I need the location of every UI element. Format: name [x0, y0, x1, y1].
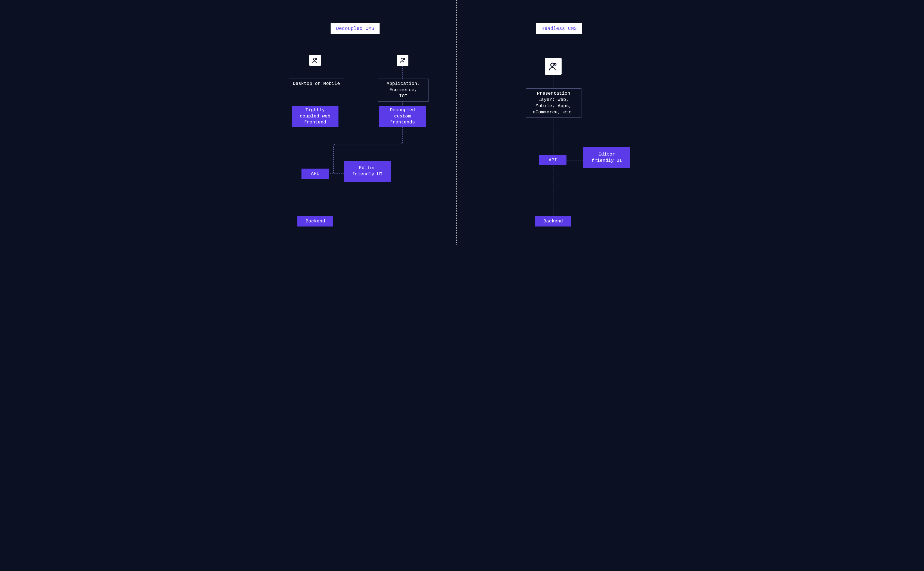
- users-icon: [545, 58, 562, 75]
- platform-app-ecom-iot: Application, Ecommerce, IOT: [378, 79, 429, 102]
- svg-point-11: [313, 58, 316, 60]
- platform-desktop-mobile: Desktop or Mobile: [289, 79, 344, 89]
- svg-point-13: [401, 58, 403, 60]
- headless-title: Headless CMS: [536, 23, 582, 34]
- users-icon: [397, 55, 409, 66]
- editor-ui-right: Editor friendly UI: [583, 147, 630, 168]
- tightly-coupled-frontend: Tightly coupled web frontend: [292, 106, 339, 127]
- svg-point-16: [554, 63, 556, 65]
- backend-left: Backend: [297, 216, 333, 227]
- diagram-canvas: Decoupled CMS Desktop or Mobile Applicat…: [264, 0, 660, 245]
- backend-right: Backend: [535, 216, 571, 227]
- users-icon: [310, 55, 321, 66]
- decoupled-frontends: Decoupled custom frontends: [379, 106, 426, 127]
- decoupled-title: Decoupled CMS: [331, 23, 379, 34]
- svg-point-15: [551, 63, 554, 66]
- api-node-right: API: [539, 155, 566, 165]
- svg-point-12: [316, 59, 317, 60]
- svg-point-14: [404, 59, 405, 60]
- editor-ui-left: Editor friendly UI: [344, 161, 391, 182]
- presentation-layer: Presentation Layer: Web, Mobile, Apps, e…: [526, 88, 582, 118]
- api-node-left: API: [302, 168, 329, 179]
